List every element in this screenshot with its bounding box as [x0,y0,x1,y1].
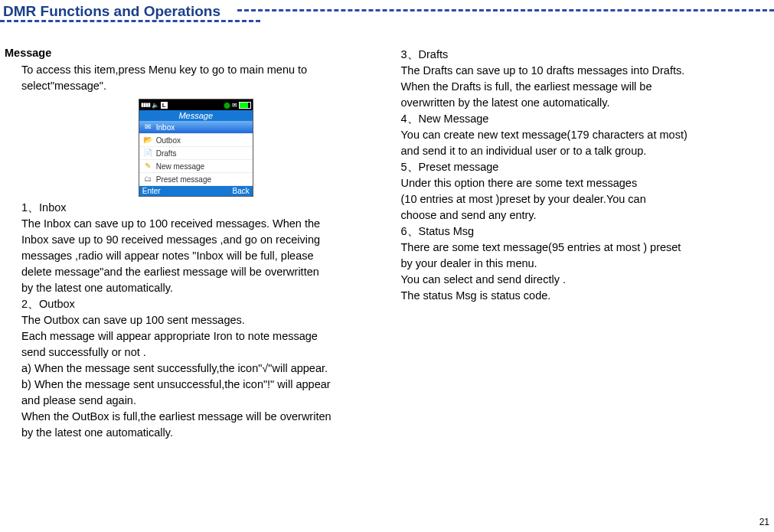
menu-label: New message [156,162,204,171]
inbox-text: by the latest one automatically. [21,280,371,296]
preset-message-icon: 🗂 [142,175,153,184]
drafts-text: The Drafts can save up to 10 drafts mess… [401,63,767,79]
signal-icon: ▮▮▮▮ [141,102,150,108]
outbox-icon: 📂 [142,135,153,145]
status-msg-text: The status Msg is status code. [401,288,767,304]
menu-item-preset: 🗂 Preset message [139,173,253,186]
heading-new-message: 4、New Message [401,111,767,127]
antenna-icon: ⬤ [224,102,230,109]
outbox-text: send successfully or not . [21,344,371,361]
menu-item-drafts: 📄 Drafts [139,147,253,160]
inbox-text: The Inbox can save up to 100 received me… [21,216,371,232]
softkey-bar: Enter Back [139,186,253,196]
speaker-icon: 🔈 [152,102,159,109]
inbox-text: messages ,radio will appear notes "Inbox… [21,248,371,264]
outbox-text: and please send again. [21,393,371,409]
new-message-text: and send it to an individual user or to … [401,143,767,159]
drafts-text: When the Drafts is full, the earliest me… [401,79,767,95]
divider-top [237,9,774,11]
menu-label: Inbox [156,123,175,132]
status-msg-text: by your dealer in this menu. [401,256,767,272]
new-message-text: You can create new text message(179 char… [401,127,767,143]
status-msg-text: You can select and send directly . [401,272,767,288]
preset-text: Under this option there are some text me… [401,175,767,191]
divider-bottom [0,20,260,22]
softkey-back: Back [233,187,250,195]
drafts-icon: 📄 [142,149,153,158]
preset-text: (10 entries at most )preset by your deal… [401,191,767,207]
heading-inbox: 1、Inbox [21,200,371,216]
screen-title: Message [139,110,253,121]
intro-line2: select"message". [21,78,371,94]
inbox-icon: ✉ [142,122,153,132]
preset-text: choose and send any entry. [401,207,767,224]
page-title: DMR Functions and Operations [0,3,227,20]
outbox-text: When the OutBox is full,the earliest mes… [21,409,371,425]
page-number: 21 [759,517,769,527]
menu-item-outbox: 📂 Outbox [139,134,253,147]
status-bar: ▮▮▮▮ 🔈 L ⬤ ✉ [139,100,253,110]
intro-line1: To access this item,press Menu key to go… [21,62,371,78]
outbox-text: a) When the message sent successfully,th… [21,361,371,377]
menu-list: ✉ Inbox 📂 Outbox 📄 Drafts ✎ New message [139,121,253,186]
msg-icon: ✉ [232,102,237,109]
status-L: L [161,102,168,109]
drafts-text: overwritten by the latest one automatica… [401,95,767,111]
inbox-text: delete message"and the earliest message … [21,264,371,280]
heading-status-msg: 6、Status Msg [401,224,767,240]
menu-label: Drafts [156,149,177,158]
outbox-text: b) When the message sent unsuccessful,th… [21,377,371,393]
device-screenshot: ▮▮▮▮ 🔈 L ⬤ ✉ Message ✉ Inbox [139,99,253,197]
menu-item-new: ✎ New message [139,160,253,173]
softkey-enter: Enter [142,187,161,195]
outbox-text: The Outbox can save up 100 sent messages… [21,312,371,328]
heading-preset: 5、Preset message [401,159,767,175]
menu-label: Preset message [156,175,211,184]
battery-icon [239,102,251,109]
heading-outbox: 2、Outbox [21,296,371,312]
status-msg-text: There are some text message(95 entries a… [401,240,767,256]
menu-label: Outbox [156,136,181,145]
outbox-text: by the latest one automatically. [21,425,371,441]
outbox-text: Each message will appear appropriate Iro… [21,328,371,344]
inbox-text: Inbox save up to 90 received messages ,a… [21,232,371,248]
heading-drafts: 3、Drafts [401,47,767,63]
menu-item-inbox: ✉ Inbox [139,121,253,134]
new-message-icon: ✎ [142,162,153,171]
section-message: Message [5,47,371,59]
